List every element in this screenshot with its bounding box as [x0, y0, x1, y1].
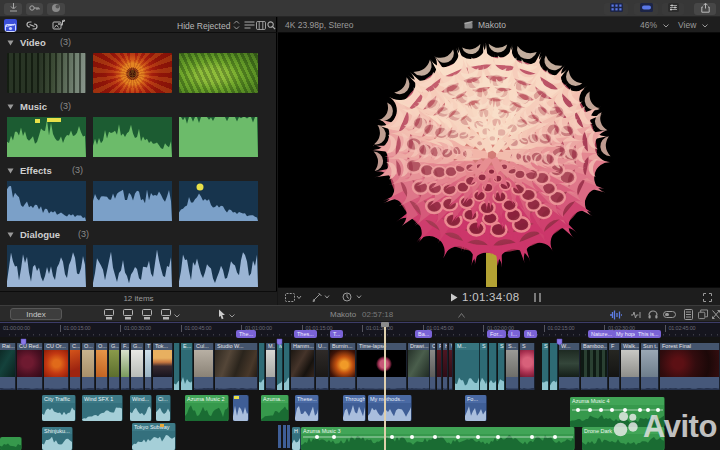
- svg-text:Avito: Avito: [643, 409, 717, 444]
